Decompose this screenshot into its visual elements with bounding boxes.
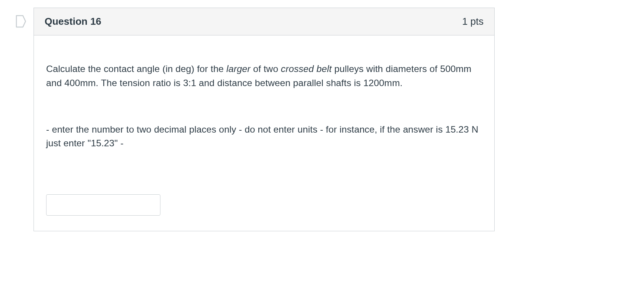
question-card: Question 16 1 pts Calculate the contact … xyxy=(34,8,495,231)
italic-text: larger xyxy=(226,64,250,74)
text-segment: of two xyxy=(250,64,281,74)
question-body: Calculate the contact angle (in deg) for… xyxy=(34,35,494,231)
answer-input[interactable] xyxy=(46,194,160,216)
bookmark-icon xyxy=(15,14,27,30)
question-header: Question 16 1 pts xyxy=(34,8,494,35)
question-title: Question 16 xyxy=(45,16,101,27)
question-text-1: Calculate the contact angle (in deg) for… xyxy=(46,62,482,90)
question-container: Question 16 1 pts Calculate the contact … xyxy=(15,8,629,231)
question-points: 1 pts xyxy=(462,16,484,27)
text-segment: Calculate the contact angle (in deg) for… xyxy=(46,64,226,74)
italic-text: crossed belt xyxy=(281,64,332,74)
question-text-2: - enter the number to two decimal places… xyxy=(46,123,482,151)
